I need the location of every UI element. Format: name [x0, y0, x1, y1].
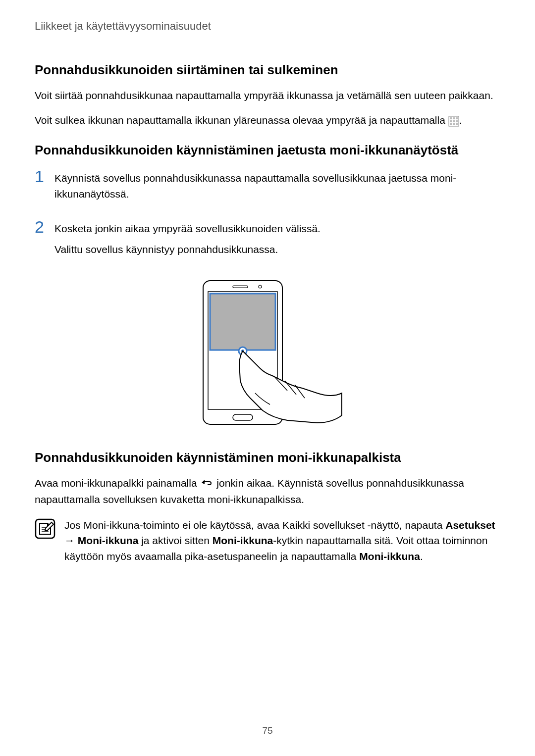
section1-heading: Ponnahdusikkunoiden siirtäminen tai sulk…	[35, 62, 500, 78]
illustration-container	[35, 277, 500, 430]
svg-rect-5	[453, 120, 455, 122]
step1-item: 1 Käynnistä sovellus ponnahdusikkunassa …	[35, 168, 500, 206]
section3-para1-before: Avaa moni-ikkunapalkki painamalla	[35, 477, 200, 489]
section1-para2: Voit sulkea ikkunan napauttamalla ikkuna…	[35, 112, 500, 128]
note-bold2: Moni-ikkuna	[78, 535, 139, 546]
step2-content: Kosketa jonkin aikaa ympyrää sovellusikk…	[54, 218, 500, 262]
note-bold1: Asetukset	[445, 519, 495, 531]
step1-content: Käynnistä sovellus ponnahdusikkunassa na…	[54, 168, 500, 206]
section1-para1: Voit siirtää ponnahdusikkunaa napauttama…	[35, 88, 500, 103]
svg-rect-4	[450, 120, 452, 122]
note-icon	[35, 518, 55, 539]
note-arrow: →	[64, 535, 78, 546]
step2-text1: Kosketa jonkin aikaa ympyrää sovellusikk…	[54, 221, 500, 237]
page-number: 75	[0, 725, 535, 736]
svg-rect-14	[210, 294, 275, 350]
back-icon	[200, 476, 214, 492]
svg-rect-9	[456, 123, 458, 125]
section3-para1: Avaa moni-ikkunapalkki painamalla jonkin…	[35, 475, 500, 507]
section1-para2-after: .	[459, 114, 462, 126]
svg-rect-6	[456, 120, 458, 122]
note-text: Jos Moni-ikkuna-toiminto ei ole käytössä…	[64, 517, 500, 564]
svg-rect-7	[450, 123, 452, 125]
note-block: Jos Moni-ikkuna-toiminto ei ole käytössä…	[35, 517, 500, 564]
svg-rect-2	[453, 117, 455, 119]
step2-text2: Valittu sovellus käynnistyy ponnahdusikk…	[54, 242, 500, 257]
note-part4: .	[420, 551, 423, 562]
svg-rect-1	[450, 117, 452, 119]
phone-touch-illustration	[188, 277, 347, 430]
step1-text: Käynnistä sovellus ponnahdusikkunassa na…	[54, 170, 500, 202]
svg-rect-3	[456, 117, 458, 119]
page-header-title: Liikkeet ja käytettävyysominaisuudet	[35, 20, 500, 33]
step1-number: 1	[35, 168, 54, 185]
numbered-list: 1 Käynnistä sovellus ponnahdusikkunassa …	[35, 168, 500, 262]
step2-number: 2	[35, 218, 54, 235]
note-part2: ja aktivoi sitten	[138, 535, 212, 546]
close-grid-icon	[448, 115, 459, 126]
note-part1: Jos Moni-ikkuna-toiminto ei ole käytössä…	[64, 519, 445, 531]
section1-para2-before: Voit sulkea ikkunan napauttamalla ikkuna…	[35, 114, 448, 126]
note-bold4: Moni-ikkuna	[359, 551, 420, 562]
svg-rect-8	[453, 123, 455, 125]
note-bold3: Moni-ikkuna	[213, 535, 273, 546]
section2-heading: Ponnahdusikkunoiden käynnistäminen jaetu…	[35, 143, 500, 158]
step2-item: 2 Kosketa jonkin aikaa ympyrää sovellusi…	[35, 218, 500, 262]
section3-heading: Ponnahdusikkunoiden käynnistäminen moni-…	[35, 450, 500, 465]
